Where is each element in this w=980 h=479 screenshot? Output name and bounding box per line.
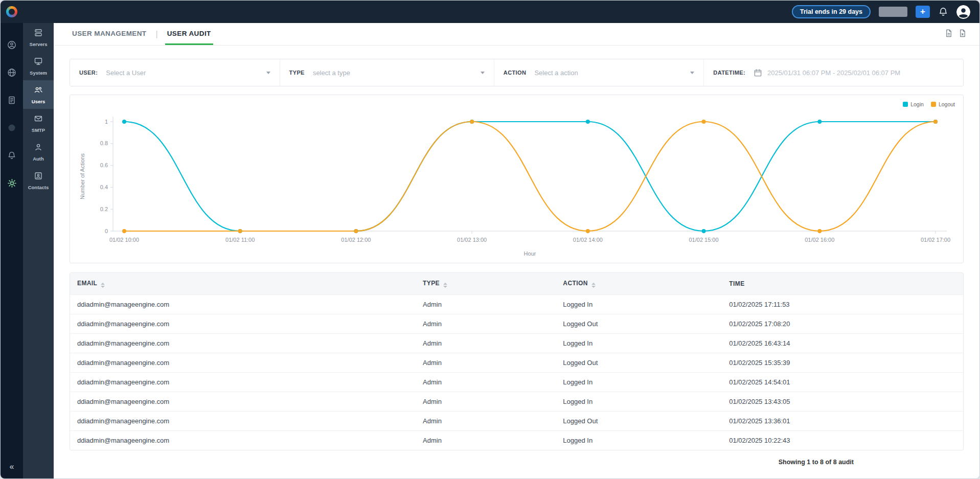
export-pdf-icon[interactable] — [945, 29, 952, 39]
sort-icon[interactable] — [591, 283, 596, 288]
svg-text:0.8: 0.8 — [100, 140, 108, 146]
sidebar-item-users[interactable]: Users — [23, 80, 54, 109]
filter-action: ACTION Select a action — [494, 59, 704, 86]
filter-action-label: ACTION — [504, 70, 527, 76]
audit-chart-panel: LoginLogout 00.20.40.60.8101/02 10:0001/… — [70, 95, 964, 263]
filter-datetime: DATETIME: 2025/01/31 06:07 PM - 2025/02/… — [704, 59, 963, 86]
sidebar-item-system[interactable]: System — [23, 52, 54, 80]
chart-legend: LoginLogout — [903, 101, 955, 107]
table-row: ddiadmin@manageengine.comAdminLogged Out… — [70, 314, 963, 334]
type-select[interactable]: select a type — [313, 69, 485, 77]
servers-icon — [34, 28, 43, 39]
svg-text:01/02 15:00: 01/02 15:00 — [689, 237, 719, 243]
svg-text:01/02 12:00: 01/02 12:00 — [341, 237, 371, 243]
svg-text:1: 1 — [105, 119, 108, 125]
datetime-range-value[interactable]: 2025/01/31 06:07 PM - 2025/02/01 06:07 P… — [767, 69, 900, 77]
export-xls-icon[interactable] — [959, 29, 966, 39]
svg-text:01/02 17:00: 01/02 17:00 — [921, 237, 950, 243]
svg-text:01/02 10:00: 01/02 10:00 — [109, 237, 139, 243]
user-select[interactable]: Select a User — [106, 69, 270, 77]
app-root: Trial ends in 29 days + — [0, 0, 980, 479]
smtp-icon — [34, 114, 43, 125]
report-icon[interactable] — [7, 96, 16, 105]
svg-text:01/02 13:00: 01/02 13:00 — [457, 237, 487, 243]
audit-activity-chart: 00.20.40.60.8101/02 10:0001/02 11:0001/0… — [70, 95, 965, 263]
svg-text:Hour: Hour — [524, 250, 536, 257]
legend-swatch — [903, 102, 908, 107]
audit-table-panel: EMAILTYPEACTIONTIME ddiadmin@manageengin… — [70, 272, 964, 450]
column-header-action[interactable]: ACTION — [556, 273, 722, 295]
user-avatar[interactable] — [956, 5, 970, 19]
filter-user-label: USER: — [79, 70, 98, 76]
settings-gear-icon[interactable] — [7, 178, 17, 188]
sidebar-item-smtp[interactable]: SMTP — [23, 109, 54, 138]
filter-user: USER: Select a User — [70, 59, 280, 86]
sort-icon[interactable] — [443, 283, 447, 288]
svg-text:0.4: 0.4 — [100, 184, 108, 190]
svg-text:01/02 14:00: 01/02 14:00 — [573, 237, 603, 243]
column-header-time: TIME — [722, 273, 963, 295]
sidebar-item-auth[interactable]: Auth — [23, 138, 54, 166]
content-area: USER: Select a User TYPE select a type — [54, 45, 979, 466]
collapse-sidebar-icon[interactable]: « — [10, 462, 14, 471]
sidebar-item-contacts[interactable]: Contacts — [23, 166, 54, 195]
system-icon — [34, 57, 43, 68]
table-footer-summary: Showing 1 to 8 of 8 audit — [70, 450, 964, 466]
module-sidebar: ServersSystemUsersSMTPAuthContacts — [23, 23, 54, 478]
tabs-row: USER MANAGEMENT | USER AUDIT — [54, 23, 979, 45]
tab-separator: | — [156, 23, 158, 45]
legend-logout[interactable]: Logout — [931, 101, 955, 107]
action-select[interactable]: Select a action — [534, 69, 694, 77]
add-button[interactable]: + — [916, 6, 930, 18]
column-header-type[interactable]: TYPE — [416, 273, 556, 295]
filter-datetime-label: DATETIME: — [713, 70, 745, 76]
svg-text:01/02 11:00: 01/02 11:00 — [225, 237, 255, 243]
blurred-chip — [879, 7, 907, 17]
chevron-down-icon — [690, 72, 694, 74]
auth-icon — [34, 143, 43, 154]
users-icon — [34, 85, 43, 97]
brand-logo — [6, 6, 17, 17]
svg-text:0.6: 0.6 — [100, 162, 108, 168]
table-row: ddiadmin@manageengine.comAdminLogged Out… — [70, 412, 963, 431]
table-header-row: EMAILTYPEACTIONTIME — [70, 273, 963, 295]
contacts-icon — [34, 171, 43, 183]
column-header-email[interactable]: EMAIL — [70, 273, 416, 295]
alerts-bell-icon[interactable] — [7, 151, 16, 160]
filter-bar: USER: Select a User TYPE select a type — [70, 59, 964, 86]
tab-user-audit[interactable]: USER AUDIT — [165, 23, 213, 45]
svg-text:0.2: 0.2 — [100, 206, 108, 212]
calendar-icon[interactable] — [754, 69, 762, 77]
svg-text:Number of Actions: Number of Actions — [79, 153, 85, 199]
trial-badge[interactable]: Trial ends in 29 days — [792, 5, 871, 18]
tab-user-management[interactable]: USER MANAGEMENT — [70, 23, 149, 45]
top-header: Trial ends in 29 days + — [1, 1, 979, 23]
chevron-down-icon — [481, 72, 485, 74]
table-row: ddiadmin@manageengine.comAdminLogged In0… — [70, 334, 963, 353]
sidebar-item-servers[interactable]: Servers — [23, 23, 54, 52]
globe-icon[interactable] — [7, 68, 16, 77]
chevron-down-icon — [266, 72, 270, 74]
legend-login[interactable]: Login — [903, 101, 924, 107]
legend-swatch — [931, 102, 936, 107]
sort-icon[interactable] — [101, 283, 105, 288]
table-row: ddiadmin@manageengine.comAdminLogged In0… — [70, 295, 963, 314]
main-area: USER MANAGEMENT | USER AUDIT — [54, 23, 979, 478]
table-row: ddiadmin@manageengine.comAdminLogged In0… — [70, 373, 963, 392]
audit-table: EMAILTYPEACTIONTIME ddiadmin@manageengin… — [70, 273, 963, 450]
table-row: ddiadmin@manageengine.comAdminLogged In0… — [70, 431, 963, 450]
filter-type-label: TYPE — [289, 70, 305, 76]
svg-text:0: 0 — [105, 228, 108, 234]
svg-text:01/02 16:00: 01/02 16:00 — [805, 237, 834, 243]
theme-toggle-icon[interactable] — [7, 123, 16, 132]
table-row: ddiadmin@manageengine.comAdminLogged In0… — [70, 392, 963, 412]
notifications-bell-icon[interactable] — [938, 7, 948, 17]
table-row: ddiadmin@manageengine.comAdminLogged Out… — [70, 353, 963, 373]
icon-rail: « — [1, 23, 23, 478]
filter-type: TYPE select a type — [280, 59, 494, 86]
profile-icon[interactable] — [7, 40, 16, 50]
